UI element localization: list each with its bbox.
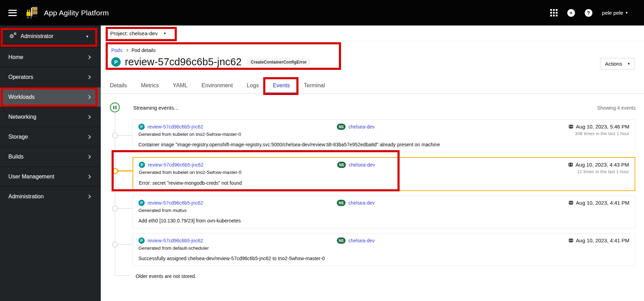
forklift-logo-icon — [26, 6, 40, 20]
pod-resource-icon: P — [139, 162, 145, 168]
pod-resource-icon: P — [138, 124, 145, 130]
caret-down-icon: ▾ — [628, 62, 630, 66]
event-row: P review-57cd96c6b5-jnc62 Generated from… — [132, 233, 635, 266]
chevron-right-icon — [87, 135, 91, 139]
timeline-elbow — [115, 275, 131, 276]
tab-label: Terminal — [304, 82, 325, 88]
event-namespace-link[interactable]: chelsea-dev — [349, 162, 375, 168]
nav-toggle-icon[interactable] — [8, 10, 17, 16]
event-message: Successfully assigned chelsea-dev/review… — [138, 256, 325, 261]
sidebar-item-workloads[interactable]: Workloads — [0, 87, 101, 107]
tab-environment[interactable]: Environment — [195, 78, 240, 93]
page-title: review-57cd96c6b5-jnc62 — [125, 56, 242, 68]
chevron-right-icon — [87, 155, 91, 159]
app-title: App Agility Platform — [44, 9, 109, 17]
masthead: App Agility Platform + ? pele pele ▾ — [0, 0, 644, 25]
sidebar-item-label: Storage — [8, 134, 28, 140]
page-title-row: P review-57cd96c6b5-jnc62 CreateContaine… — [111, 56, 311, 68]
sidebar-item-networking[interactable]: Networking — [0, 107, 101, 127]
tab-yaml[interactable]: YAML — [166, 78, 194, 93]
tab-terminal[interactable]: Terminal — [297, 78, 332, 93]
event-namespace-link[interactable]: chelsea-dev — [348, 238, 375, 243]
globe-icon — [568, 238, 574, 243]
timeline-dot-warning — [112, 168, 118, 174]
tab-bar: DetailsMetricsYAMLEnvironmentLogsEventsT… — [101, 78, 644, 94]
globe-icon — [568, 200, 574, 205]
sidebar-item-builds[interactable]: Builds — [0, 147, 101, 167]
tab-label: Environment — [202, 82, 233, 88]
tab-label: Metrics — [141, 82, 159, 88]
perspective-label: Administrator — [21, 33, 53, 39]
pod-resource-icon: P — [138, 200, 145, 206]
user-name: pele pele — [602, 10, 623, 16]
user-menu[interactable]: pele pele ▾ — [602, 10, 628, 16]
sidebar-item-home[interactable]: Home — [0, 47, 101, 67]
perspective-switcher[interactable]: ⚙⚙ Administrator ▾ — [0, 25, 101, 47]
actions-button[interactable]: Actions ▾ — [600, 58, 635, 69]
tab-label: YAML — [173, 82, 187, 88]
event-source: Generated from kubelet on tno2-5whxw-mas… — [138, 132, 629, 137]
pod-resource-icon: P — [138, 237, 145, 244]
app-launcher-icon[interactable] — [550, 9, 558, 16]
event-timestamp: Aug 10, 2023, 4:41 PM — [576, 237, 629, 243]
tab-metrics[interactable]: Metrics — [134, 78, 166, 93]
breadcrumb: Pods Pod details — [111, 47, 156, 53]
sidebar-item-label: Workloads — [8, 94, 35, 100]
tab-logs[interactable]: Logs — [240, 78, 266, 93]
status-badge: CreateContainerConfigError — [247, 58, 311, 66]
streaming-status: Streaming events... — [133, 105, 178, 111]
actions-label: Actions — [605, 61, 622, 67]
tab-details[interactable]: Details — [103, 78, 134, 93]
sidebar-item-administration[interactable]: Administration — [0, 186, 101, 206]
event-timestamp: Aug 10, 2023, 5:46 PM — [576, 124, 629, 130]
event-namespace-link[interactable]: chelsea-dev — [348, 200, 375, 206]
main-content: Project: chelsea-dev ▾ Pods Pod details … — [101, 25, 644, 301]
sidebar-item-label: User Management — [8, 174, 54, 180]
sidebar-nav: Home Operators Workloads Networking Stor… — [0, 47, 101, 206]
chevron-right-icon — [87, 75, 91, 79]
tab-label: Logs — [247, 82, 259, 88]
project-selector-label: Project: chelsea-dev — [110, 30, 158, 36]
event-source: Generated from multus — [138, 208, 629, 213]
chevron-right-icon — [87, 194, 91, 198]
chevron-right-icon — [87, 95, 91, 99]
sidebar-item-storage[interactable]: Storage — [0, 127, 101, 147]
event-message: Error: secret "review-mongodb-creds" not… — [139, 180, 242, 186]
tab-label: Details — [110, 82, 127, 88]
event-list: P review-57cd96c6b5-jnc62 Generated from… — [132, 119, 635, 271]
pod-resource-icon: P — [111, 57, 121, 67]
event-source: Generated from kubelet on tno2-5whxw-mas… — [139, 170, 629, 175]
timeline-dot — [112, 132, 118, 139]
sidebar-item-user-management[interactable]: User Management — [0, 167, 101, 186]
event-count: 12 times in the last 1 hour — [568, 169, 629, 174]
chevron-right-icon — [87, 55, 91, 59]
event-namespace-link[interactable]: chelsea-dev — [348, 124, 375, 130]
namespace-icon: NS — [337, 200, 346, 206]
sidebar-item-operators[interactable]: Operators — [0, 67, 101, 87]
event-row: P review-57cd96c6b5-jnc62 Generated from… — [132, 157, 635, 191]
events-count: Showing 4 events — [597, 105, 636, 111]
add-icon[interactable]: + — [567, 9, 575, 17]
sidebar-item-label: Administration — [8, 193, 44, 200]
event-timestamp: Aug 10, 2023, 4:41 PM — [576, 200, 629, 206]
event-row: P review-57cd96c6b5-jnc62 Generated from… — [132, 119, 635, 152]
timeline-dot — [112, 241, 118, 248]
namespace-icon: NS — [337, 162, 346, 168]
namespace-icon: NS — [337, 237, 346, 244]
event-pod-link[interactable]: review-57cd96c6b5-jnc62 — [147, 238, 203, 243]
event-pod-link[interactable]: review-57cd96c6b5-jnc62 — [148, 162, 204, 168]
event-pod-link[interactable]: review-57cd96c6b5-jnc62 — [147, 200, 203, 206]
globe-icon — [568, 162, 573, 167]
help-icon[interactable]: ? — [585, 9, 592, 17]
tab-events[interactable]: Events — [266, 78, 297, 93]
tab-label: Events — [273, 82, 290, 88]
event-count: 308 times in the last 1 hour — [568, 131, 629, 136]
caret-down-icon: ▾ — [626, 11, 628, 15]
breadcrumb-pods-link[interactable]: Pods — [111, 47, 122, 53]
pause-events-button[interactable] — [110, 102, 120, 112]
event-message: Add eth0 [10.130.0.79/23] from ovn-kuber… — [138, 218, 241, 223]
project-selector[interactable]: Project: chelsea-dev ▾ — [101, 25, 644, 41]
event-message: Container image "image-registry.openshif… — [138, 142, 440, 147]
breadcrumb-separator-icon — [126, 49, 128, 52]
event-pod-link[interactable]: review-57cd96c6b5-jnc62 — [147, 124, 203, 130]
